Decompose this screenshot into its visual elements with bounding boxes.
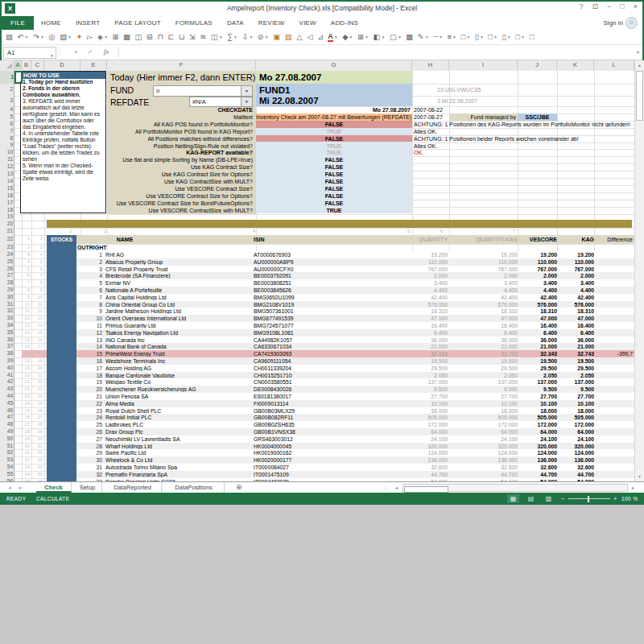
row-header-31[interactable]: 31 (0, 301, 13, 307)
column-header-L[interactable]: L (594, 60, 634, 70)
shape-box5-icon[interactable]: □▼ (515, 31, 525, 43)
column-header-J[interactable]: J (518, 60, 557, 70)
name-box[interactable]: A1▼ (3, 47, 56, 59)
flip-vertical-icon[interactable]: △ (296, 31, 302, 43)
save-icon[interactable]: ▤ (6, 31, 13, 43)
refdate-combobox-dropdown-icon[interactable]: ▼ (241, 97, 252, 106)
font-color-icon[interactable]: A▼ (328, 31, 337, 43)
zoom-slider-track[interactable] (568, 498, 610, 499)
row-header-37[interactable]: 37 (0, 343, 13, 349)
row-header-39[interactable]: 39 (0, 357, 13, 363)
vertical-scrollbar[interactable]: ▲ ▼ (634, 60, 644, 481)
ribbon-display-icon[interactable]: ⊡ (592, 2, 598, 10)
column-header-K[interactable]: K (557, 60, 594, 70)
cut-icon[interactable]: ▨ (285, 31, 292, 43)
sheet-tab-setup[interactable]: Setup (73, 482, 102, 493)
maximize-icon[interactable]: □ (620, 2, 624, 10)
row-header-52[interactable]: 52 (0, 449, 13, 455)
row-header-20[interactable]: 20 (0, 221, 13, 226)
row-header-17[interactable]: 17 (0, 200, 13, 205)
ribbon-tab-data[interactable]: DATA (220, 16, 251, 30)
column-header-G[interactable]: G (256, 60, 412, 70)
row-header-1[interactable]: 1 (0, 71, 14, 84)
row-header-36[interactable]: 36 (0, 336, 13, 342)
row-header-16[interactable]: 16 (0, 192, 13, 198)
column-header-B[interactable]: B (22, 60, 31, 70)
formula-input[interactable] (118, 47, 630, 57)
clear-icon[interactable]: ⊘▼ (258, 31, 269, 43)
column-header-I[interactable]: I (449, 60, 518, 70)
merge-center-icon[interactable]: ◫▼ (211, 31, 223, 43)
shading-icon[interactable]: ▩ (406, 31, 413, 43)
refdate-combobox[interactable]: #N/A▼ (189, 97, 253, 107)
row-header-38[interactable]: 38 (0, 350, 13, 356)
delete-cells-icon[interactable]: ⊟ (147, 31, 153, 43)
row-header-9[interactable]: 9 (0, 142, 13, 147)
pen-icon[interactable]: ✎▼ (418, 31, 429, 43)
sheet-tab-datareported[interactable]: DataReported (104, 482, 162, 493)
shape-box2-icon[interactable]: ▯▼ (475, 31, 484, 43)
insert-columns-icon[interactable]: ◫ (135, 31, 142, 43)
row-header-8[interactable]: 8 (0, 135, 13, 141)
row-header-54[interactable]: 54 (0, 464, 13, 469)
row-header-46[interactable]: 46 (0, 407, 13, 413)
row-header-48[interactable]: 48 (0, 421, 13, 427)
format-icon[interactable]: ▢▼ (390, 31, 402, 43)
zoom-out-icon[interactable]: − (561, 495, 565, 502)
sign-in-link[interactable]: Sign in (604, 19, 623, 27)
cell-styles-icon[interactable]: ◧▼ (373, 31, 385, 43)
copy-icon[interactable]: ▣ (273, 31, 280, 43)
column-header-F[interactable]: F (107, 60, 256, 70)
row-header-23[interactable]: 23 (0, 244, 13, 250)
row-header-53[interactable]: 53 (0, 456, 13, 462)
zoom-in-icon[interactable]: + (613, 495, 617, 502)
row-header-43[interactable]: 43 (0, 386, 13, 391)
column-header-A[interactable]: A (14, 60, 22, 70)
row-header-42[interactable]: 42 (0, 378, 13, 384)
hscroll-left-icon[interactable]: ◄ (394, 485, 398, 490)
insert-rows-icon[interactable]: ▦ (123, 31, 130, 43)
row-header-47[interactable]: 47 (0, 414, 13, 419)
column-header-D[interactable]: D (44, 60, 80, 70)
row-header-24[interactable]: 24 (0, 251, 13, 257)
row-header-28[interactable]: 28 (0, 279, 13, 285)
wrap-text-icon[interactable]: ≋ (200, 31, 206, 43)
line-spacing-icon[interactable]: ≡▼ (447, 31, 456, 43)
row-header-30[interactable]: 30 (0, 294, 13, 299)
column-header-C[interactable]: C (31, 60, 44, 70)
borders-icon[interactable]: ⊞▼ (357, 31, 369, 43)
row-header-51[interactable]: 51 (0, 443, 13, 448)
row-header-2[interactable]: 2 (0, 86, 13, 92)
select-arrow-icon[interactable]: ▻ (87, 31, 93, 43)
ribbon-tab-view[interactable]: VIEW (292, 16, 324, 30)
formula-bar-expand-icon[interactable]: ▾ (637, 49, 639, 55)
row-header-12[interactable]: 12 (0, 163, 13, 169)
align-bottom-icon[interactable]: ⊔ (179, 31, 184, 43)
row-header-41[interactable]: 41 (0, 372, 13, 378)
align-top-icon[interactable]: ⊓ (158, 31, 163, 43)
touch-mode-icon[interactable]: ◎ (48, 31, 55, 43)
sheet-tab-datapositions[interactable]: DataPositions (163, 482, 225, 493)
enter-entry-icon[interactable]: ✓ (85, 47, 95, 57)
row-header-35[interactable]: 35 (0, 329, 13, 335)
hscroll-right-icon[interactable]: ► (631, 485, 635, 490)
column-header-E[interactable]: E (80, 60, 107, 70)
row-header-22[interactable]: 22 (0, 236, 13, 242)
cancel-entry-icon[interactable]: × (71, 47, 80, 57)
shape-box4-icon[interactable]: ▯▼ (502, 31, 511, 43)
ribbon-tab-formulas[interactable]: FORMULAS (168, 16, 220, 30)
fund-combobox[interactable]: o▼ (153, 85, 253, 97)
close-icon[interactable]: × (634, 2, 638, 10)
avatar[interactable]: ☺ (625, 17, 638, 29)
horizontal-scroll-thumb[interactable] (404, 486, 448, 493)
ribbon-tab-review[interactable]: REVIEW (251, 16, 292, 30)
row-header-29[interactable]: 29 (0, 287, 13, 292)
row-header-21[interactable]: 21 (0, 228, 13, 233)
find-select-icon[interactable]: ◈▼ (97, 31, 108, 43)
sheet-tab-check[interactable]: Check (36, 482, 72, 493)
row-header-34[interactable]: 34 (0, 322, 13, 328)
tab-scroll-left-icon[interactable]: ◂ (8, 485, 11, 491)
orientation-icon[interactable]: ⇲ (189, 31, 196, 43)
row-header-49[interactable]: 49 (0, 428, 13, 434)
normal-view-icon[interactable]: ▦ (507, 494, 519, 503)
